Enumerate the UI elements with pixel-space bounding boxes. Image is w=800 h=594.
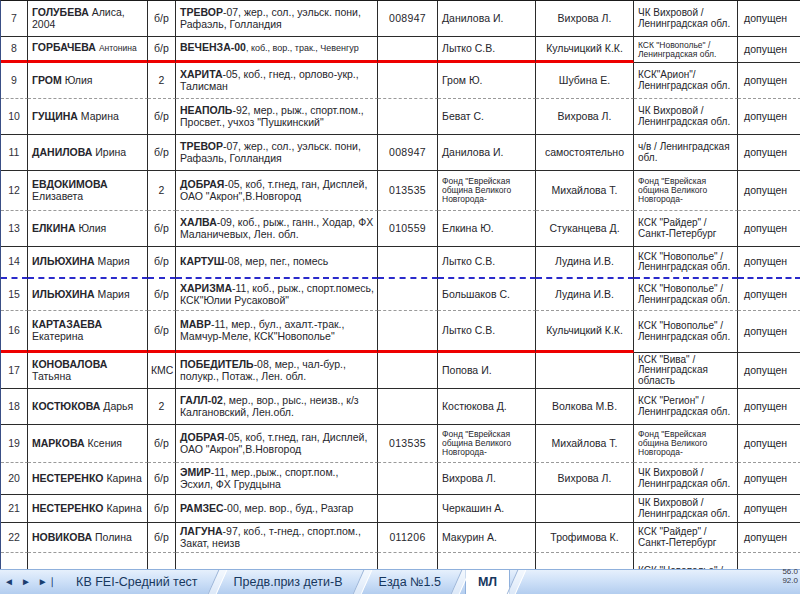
club-cell[interactable]: Фонд "Еврейская община Великого Новгород… <box>634 171 738 211</box>
passport-cell[interactable]: 008947 <box>378 1 438 37</box>
horse-cell[interactable]: ГАЛЛ-02, мер., вор., рыс., неизв., к/з К… <box>176 389 378 425</box>
horse-cell[interactable]: МАВР-11, мер., бул., ахалт.-трак., Мамчу… <box>176 311 378 353</box>
trainer-cell[interactable]: Лытко С.В. <box>438 247 536 279</box>
club-cell[interactable]: Фонд "Еврейская община Великого Новгород… <box>634 425 738 463</box>
representative-cell[interactable]: Волкова М.В. <box>536 389 634 425</box>
passport-cell[interactable] <box>378 279 438 311</box>
representative-cell[interactable] <box>536 495 634 523</box>
passport-cell[interactable] <box>378 247 438 279</box>
rider-name-cell[interactable]: ИЛЬЮХИНА Мария <box>28 247 148 279</box>
trainer-cell[interactable]: Костюкова Д. <box>438 389 536 425</box>
trainer-cell[interactable]: Данилова И. <box>438 1 536 37</box>
trainer-cell[interactable]: Беват С. <box>438 99 536 135</box>
horse-cell[interactable]: ДОБРАЯ-05, коб, т.гнед, ган, Дисплей, ОА… <box>176 425 378 463</box>
club-cell[interactable]: КСК "Новополье" / Ленинградская обл. <box>634 311 738 353</box>
status-cell[interactable]: допущен <box>738 1 800 37</box>
status-cell[interactable]: допущен <box>738 211 800 247</box>
passport-cell[interactable] <box>378 311 438 353</box>
passport-cell[interactable] <box>378 63 438 99</box>
trainer-cell[interactable]: Попова И. <box>438 353 536 389</box>
horse-cell[interactable]: НЕАПОЛЬ-92, мер., рыж., спорт.пом., Прос… <box>176 99 378 135</box>
rider-name-cell[interactable]: МАРКОВА Ксения <box>28 425 148 463</box>
representative-cell[interactable]: Михайлова Т. <box>536 425 634 463</box>
passport-cell[interactable]: 013535 <box>378 425 438 463</box>
passport-cell[interactable] <box>378 463 438 495</box>
rank-cell[interactable]: б/р <box>148 523 176 553</box>
club-cell[interactable]: ЧК Вихровой / Ленинградская обл. <box>634 495 738 523</box>
passport-cell[interactable] <box>378 389 438 425</box>
status-cell[interactable]: допущен <box>738 99 800 135</box>
passport-cell[interactable] <box>378 37 438 63</box>
rank-cell[interactable]: б/р <box>148 37 176 63</box>
trainer-cell[interactable]: Фонд "Еврейская община Великого Новгород… <box>438 425 536 463</box>
horse-cell[interactable]: ПОБЕДИТЕЛЬ-08, мер., чал-бур., полукр., … <box>176 353 378 389</box>
rider-name-cell[interactable]: ИЛЬЮХИНА Мария <box>28 279 148 311</box>
club-cell[interactable]: ЧК Вихровой / Ленинградская обл. <box>634 1 738 37</box>
representative-cell[interactable]: самостоятельно <box>536 135 634 171</box>
horse-cell[interactable]: ВЕЧЕНЗА-00, коб., вор., трак., Чевенгур <box>176 37 378 63</box>
row-number-cell[interactable]: 7 <box>1 1 28 37</box>
sheet-tab-inactive[interactable]: Предв.приз дети-В <box>222 570 355 594</box>
horse-cell[interactable]: КАРТУШ-08, мер, пег., помесь <box>176 247 378 279</box>
representative-cell[interactable]: Лудина И.В. <box>536 247 634 279</box>
horse-cell[interactable]: ТРЕВОР-07, жер., сол., уэльск. пони, Раф… <box>176 1 378 37</box>
status-cell[interactable]: допущен <box>738 63 800 99</box>
row-number-cell[interactable]: 22 <box>1 523 28 553</box>
trainer-cell[interactable]: Макурин А. <box>438 523 536 553</box>
trainer-cell[interactable]: Лытко С.В. <box>438 37 536 63</box>
row-number-cell[interactable]: 14 <box>1 247 28 279</box>
rank-cell[interactable]: б/р <box>148 311 176 353</box>
club-cell[interactable]: КСК"Арион"/Ленинградская обл. <box>634 63 738 99</box>
rider-name-cell[interactable]: КОНОВАЛОВА Татьяна <box>28 353 148 389</box>
horse-cell[interactable]: ХАРИТА-05, коб., гнед., орлово-укр., Тал… <box>176 63 378 99</box>
club-cell[interactable]: КСК "Новополье" / Ленинградская обл. <box>634 279 738 311</box>
status-cell[interactable]: допущен <box>738 37 800 63</box>
passport-cell[interactable] <box>378 495 438 523</box>
representative-cell[interactable]: Кульчицкий К.К. <box>536 311 634 353</box>
rider-name-cell[interactable]: КАРТАЗАЕВА Екатерина <box>28 311 148 353</box>
club-cell[interactable]: ЧК Вихровой / Ленинградская обл. <box>634 99 738 135</box>
club-cell[interactable]: КСК "Новополье" / Ленинградская обл. <box>634 247 738 279</box>
rank-cell[interactable]: б/р <box>148 1 176 37</box>
club-cell[interactable]: КСК "Райдер" / Санкт-Петербург <box>634 523 738 553</box>
club-cell[interactable]: ч/в / Ленинградская обл. <box>634 135 738 171</box>
row-number-cell[interactable]: 16 <box>1 311 28 353</box>
club-cell[interactable]: КСК "Вива" / Ленинградская область <box>634 353 738 389</box>
horse-cell[interactable]: ХАЛВА-09, коб., рыж., ганн., Ходар, ФХ М… <box>176 211 378 247</box>
row-number-cell[interactable]: 8 <box>1 37 28 63</box>
row-number-cell[interactable]: 19 <box>1 425 28 463</box>
row-number-cell[interactable]: 13 <box>1 211 28 247</box>
row-number-cell[interactable]: 9 <box>1 63 28 99</box>
rank-cell[interactable]: б/р <box>148 247 176 279</box>
rider-name-cell[interactable]: ГУЩИНА Марина <box>28 99 148 135</box>
status-cell[interactable]: допущен <box>738 389 800 425</box>
rank-cell[interactable]: б/р <box>148 99 176 135</box>
status-cell[interactable]: допущен <box>738 353 800 389</box>
horse-cell[interactable]: РАМЗЕС-00, мер. вор., буд., Разгар <box>176 495 378 523</box>
passport-cell[interactable]: 010559 <box>378 211 438 247</box>
sheet-tab-inactive[interactable]: КВ FEI-Средний тест <box>64 570 210 594</box>
horse-cell[interactable]: ТРЕВОР-07, жер., сол., уэльск. пони, Раф… <box>176 135 378 171</box>
trainer-cell[interactable]: Большаков С. <box>438 279 536 311</box>
status-cell[interactable]: допущен <box>738 523 800 553</box>
passport-cell[interactable] <box>378 353 438 389</box>
trainer-cell[interactable]: Гром Ю. <box>438 63 536 99</box>
sheet-tab-active[interactable]: МЛ <box>465 570 509 594</box>
status-cell[interactable]: допущен <box>738 495 800 523</box>
rider-name-cell[interactable]: НОВИКОВА Полина <box>28 523 148 553</box>
status-cell[interactable]: допущен <box>738 135 800 171</box>
trainer-cell[interactable]: Черкашин А. <box>438 495 536 523</box>
rank-cell[interactable]: 2 <box>148 389 176 425</box>
status-cell[interactable]: допущен <box>738 171 800 211</box>
rider-name-cell[interactable]: ГОРБАЧЕВА Антонина <box>28 37 148 63</box>
rank-cell[interactable]: б/р <box>148 135 176 171</box>
row-number-cell[interactable]: 17 <box>1 353 28 389</box>
representative-cell[interactable]: Вихрова Л. <box>536 463 634 495</box>
row-number-cell[interactable]: 18 <box>1 389 28 425</box>
club-cell[interactable]: КСК "Регион" / Ленинградская обл. <box>634 389 738 425</box>
representative-cell[interactable]: Кульчицкий К.К. <box>536 37 634 63</box>
passport-cell[interactable]: 011206 <box>378 523 438 553</box>
scroll-prev-icon[interactable]: ◄ <box>4 577 14 587</box>
representative-cell[interactable]: Стуканцева Д. <box>536 211 634 247</box>
scroll-next-icon[interactable]: ► <box>21 577 31 587</box>
